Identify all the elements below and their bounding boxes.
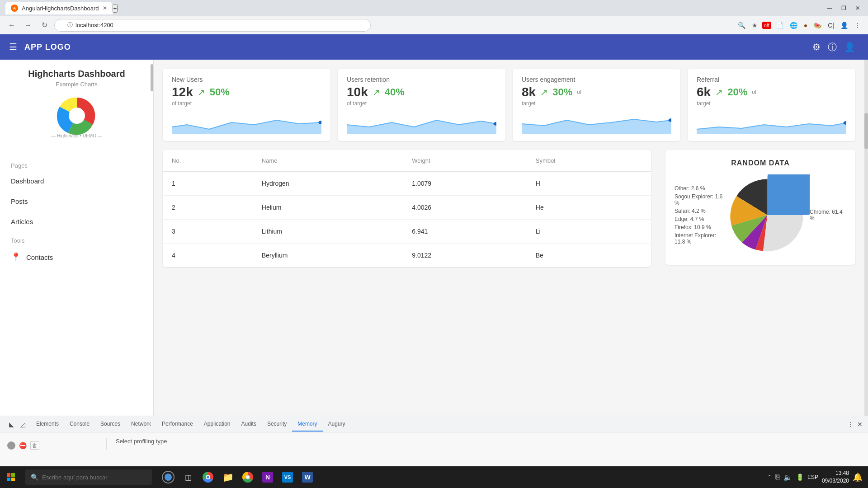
start-button[interactable] bbox=[0, 466, 22, 488]
ext-icon-5[interactable]: 🍉 bbox=[812, 20, 823, 31]
taskbar-app-word[interactable]: W bbox=[298, 468, 316, 486]
cell-symbol-1: H bbox=[527, 172, 651, 196]
profile-icon[interactable]: 👤 bbox=[839, 20, 850, 31]
chrome-icon bbox=[203, 472, 213, 483]
devtools-tab-console[interactable]: Console bbox=[64, 417, 95, 432]
clear-button[interactable]: 🗑 bbox=[30, 441, 39, 450]
new-tab-button[interactable]: + bbox=[113, 4, 118, 13]
sidebar-item-articles[interactable]: Articles bbox=[0, 211, 153, 232]
taskbar-app-explorer[interactable]: 📁 bbox=[219, 468, 237, 486]
svg-rect-12 bbox=[7, 478, 10, 481]
stat-value-row-users-engagement: 8k ↗ 30% of bbox=[522, 85, 671, 99]
maximize-button[interactable]: ❐ bbox=[837, 3, 851, 13]
explorer-icon: 📁 bbox=[222, 472, 234, 483]
devtools-tab-augury[interactable]: Augury bbox=[323, 417, 351, 432]
cell-no-3: 3 bbox=[163, 220, 253, 244]
taskbar-app-cortana[interactable] bbox=[159, 468, 177, 486]
ext-icon-6[interactable]: C| bbox=[826, 20, 836, 31]
chrome2-icon bbox=[242, 472, 253, 483]
table-row: 3 Lithium 6.941 Li bbox=[163, 220, 651, 244]
sidebar-item-dashboard[interactable]: Dashboard bbox=[0, 171, 153, 191]
lock-icon: ⓘ bbox=[67, 21, 73, 29]
pie-svg bbox=[725, 174, 810, 256]
devtools-dock-icon[interactable]: ◣ bbox=[7, 419, 16, 430]
cell-name-2: Helium bbox=[253, 196, 403, 220]
devtools-tab-security[interactable]: Security bbox=[262, 417, 292, 432]
hamburger-icon[interactable]: ☰ bbox=[9, 42, 17, 52]
stop-button[interactable]: ⛔ bbox=[19, 442, 27, 449]
devtools-tab-network[interactable]: Network bbox=[126, 417, 156, 432]
taskbar-app-chrome2[interactable] bbox=[239, 468, 257, 486]
account-icon[interactable]: 👤 bbox=[840, 38, 859, 56]
help-icon[interactable]: ⓘ bbox=[824, 38, 840, 57]
devtools-more-icon[interactable]: ⋮ bbox=[845, 419, 855, 430]
minimize-button[interactable]: — bbox=[822, 3, 837, 13]
app-nav: ☰ APP LOGO ⚙ ⓘ 👤 bbox=[0, 34, 868, 60]
devtools-close-icon[interactable]: ✕ bbox=[855, 419, 864, 430]
col-weight: Weight bbox=[403, 150, 526, 172]
taskbar-app-vscode[interactable]: VS bbox=[278, 468, 297, 486]
content-scrollbar-thumb[interactable] bbox=[864, 113, 868, 149]
browser-tab[interactable]: A AngularHighchartsDashboard ✕ bbox=[5, 2, 113, 14]
ext-icon-1[interactable]: off bbox=[762, 22, 771, 29]
devtools-tab-performance[interactable]: Performance bbox=[156, 417, 198, 432]
star-icon[interactable]: ★ bbox=[750, 20, 760, 31]
ext-icon-3[interactable]: 🌐 bbox=[788, 20, 799, 31]
taskbar-app-chrome[interactable] bbox=[199, 468, 217, 486]
menu-icon[interactable]: ⋮ bbox=[853, 20, 863, 31]
cell-weight-1: 1.0079 bbox=[403, 172, 526, 196]
onenote-icon: N bbox=[262, 472, 273, 483]
sidebar-item-contacts[interactable]: 📍 Contacts bbox=[0, 246, 153, 268]
stat-percent-referral: 20% bbox=[727, 86, 747, 98]
close-window-button[interactable]: ✕ bbox=[851, 3, 864, 13]
tab-close-icon[interactable]: ✕ bbox=[103, 5, 107, 11]
devtools-tab-sources[interactable]: Sources bbox=[95, 417, 126, 432]
settings-icon[interactable]: ⚙ bbox=[809, 38, 824, 56]
svg-rect-13 bbox=[11, 478, 15, 481]
taskbar-battery-icon: 🔋 bbox=[796, 474, 804, 481]
cortana-inner bbox=[165, 474, 172, 481]
sidebar-item-label-posts: Posts bbox=[11, 197, 28, 205]
sidebar-scrollbar[interactable] bbox=[151, 64, 153, 91]
taskbar-chevron-icon[interactable]: ⌃ bbox=[767, 474, 772, 480]
devtools-tab-memory[interactable]: Memory bbox=[292, 417, 322, 432]
browser-titlebar: A AngularHighchartsDashboard ✕ + — ❐ ✕ bbox=[0, 0, 868, 16]
devtools-tab-elements[interactable]: Elements bbox=[31, 417, 64, 432]
forward-button[interactable]: → bbox=[22, 19, 34, 32]
ext-icon-2[interactable]: 📄 bbox=[774, 20, 785, 31]
stat-percent-users-engagement: 30% bbox=[552, 86, 572, 98]
stat-sparkline-users-engagement bbox=[522, 111, 671, 134]
reload-button[interactable]: ↻ bbox=[38, 19, 51, 32]
right-panel: RANDOM DATA Other: 2.6 % Sogou Explorer:… bbox=[665, 150, 855, 265]
devtools-tab-application[interactable]: Application bbox=[198, 417, 236, 432]
content-area: New Users 12k ↗ 50% of target bbox=[154, 60, 864, 416]
record-button[interactable] bbox=[7, 441, 15, 450]
sidebar-nav: Pages Dashboard Posts Articles Tools 📍 C… bbox=[0, 153, 153, 272]
col-name: Name bbox=[253, 150, 403, 172]
address-bar[interactable]: ⓘ localhost:4200 bbox=[54, 19, 371, 32]
sidebar-item-posts[interactable]: Posts bbox=[0, 191, 153, 211]
stat-sub-new-users: of target bbox=[172, 100, 321, 107]
col-no: No. bbox=[163, 150, 253, 172]
sidebar: Highcharts Dashboard Example Charts — Hi… bbox=[0, 60, 154, 416]
taskbar-search-box[interactable]: 🔍 bbox=[25, 469, 152, 485]
stat-sub-users-engagement: target bbox=[522, 100, 671, 107]
taskbar-app-onenote[interactable]: N bbox=[259, 468, 277, 486]
content-scrollbar[interactable] bbox=[864, 60, 868, 416]
devtools-body: ⛔ 🗑 Select profiling type bbox=[0, 432, 868, 455]
svg-rect-11 bbox=[11, 473, 15, 477]
legend-safari: Safari: 4.2 % bbox=[675, 208, 725, 214]
taskview-icon: ◫ bbox=[185, 473, 192, 482]
taskbar-notification-icon[interactable]: 🔔 bbox=[853, 472, 863, 482]
profiling-type-label: Select profiling type bbox=[116, 438, 861, 445]
lower-section: No. Name Weight Symbol 1 Hydrogen 1.0079 bbox=[163, 150, 855, 276]
back-button[interactable]: ← bbox=[5, 19, 18, 32]
devtools-tab-audits[interactable]: Audits bbox=[236, 417, 262, 432]
taskbar-sys: ⌃ ⎘ 🔈 🔋 ESP 13:48 09/03/2020 🔔 bbox=[767, 469, 868, 485]
taskbar-app-taskview[interactable]: ◫ bbox=[179, 468, 197, 486]
devtools-dock2-icon[interactable]: ◿ bbox=[19, 419, 27, 430]
ext-icon-4[interactable]: ● bbox=[802, 20, 809, 31]
search-icon[interactable]: 🔍 bbox=[736, 20, 747, 31]
stat-of-users-engagement: of bbox=[577, 89, 581, 95]
taskbar-search-input[interactable] bbox=[42, 474, 146, 481]
